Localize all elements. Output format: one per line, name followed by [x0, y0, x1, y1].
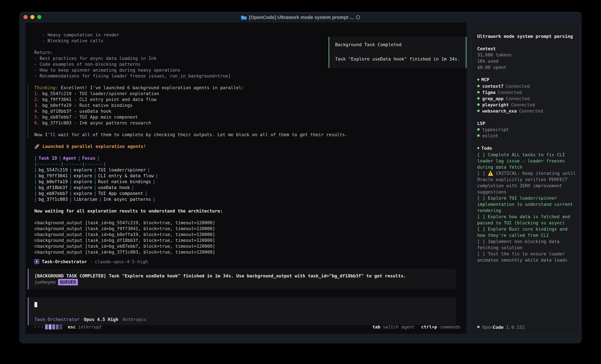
gear-icon: ⚙: [34, 238, 37, 243]
esc-key-hint: esc: [68, 324, 76, 329]
blank-line: [34, 149, 461, 155]
terminal-window: [OpenCode] Ultrawork mode system prompt …: [19, 12, 582, 344]
agent-name: Task-Orchestrator: [42, 259, 87, 264]
tool-call: ⚙background_output [task_id=bg_5547c219,…: [34, 220, 461, 226]
prompt-input[interactable]: Task-Orchestrator Opus 4.5 High Anthropi…: [28, 297, 456, 325]
thinking-item: 3. bg_b0effa19 - Rust native bindings: [34, 102, 461, 108]
main-terminal-panel: - Heavy computation in render - Blocking…: [25, 22, 466, 334]
window-title: [OpenCode] Ultrawork mode system prompt …: [249, 15, 354, 20]
table-header-row: |Task ID|Agent|Focus|: [34, 155, 461, 161]
todo-item: [ ] Implement non-blocking data fetching…: [477, 239, 577, 251]
lsp-item: typescript: [477, 126, 577, 133]
gear-icon: ⚙: [34, 244, 37, 249]
todo-item: [ ] Explore Rust core bindings and how t…: [477, 226, 577, 239]
agent-model: claude-opus-4-5-high: [95, 259, 148, 264]
todo-heading[interactable]: ▼Todo: [477, 145, 577, 152]
notification-body: Task "Explore useData hook" finished in …: [335, 56, 460, 62]
chevron-down-icon: ▼: [477, 146, 479, 150]
thinking-item: 5. bg_eb87ebb7 - TUI App main component: [34, 114, 461, 120]
close-button[interactable]: [23, 15, 28, 19]
status-dot-icon: [477, 134, 480, 137]
tab-key-hint: tab: [372, 324, 381, 329]
thinking-item: 1. bg_5547c219 - TUI loader/spinner expl…: [34, 91, 461, 96]
zoom-button[interactable]: [37, 15, 41, 19]
background-task-message: [BACKGROUND TASK COMPLETED] Task "Explor…: [28, 269, 456, 289]
mcp-item: context7Connected: [477, 83, 577, 89]
agent-footer: Task-Orchestrator Opus 4.5 High Anthropi…: [34, 317, 450, 322]
status-dot-icon: [477, 128, 480, 131]
output-line: - Recommendations for fixing loader free…: [34, 73, 461, 79]
blank-line: [34, 79, 461, 85]
thinking-item: 2. bg_f9ff3041 - CLI entry point and dat…: [34, 96, 461, 102]
screen: [OpenCode] Ultrawork mode system prompt …: [0, 0, 601, 364]
context-heading: Context: [477, 46, 577, 52]
tool-call-list: ⚙background_output [task_id=bg_5547c219,…: [34, 220, 461, 255]
thinking-intro: Thinking: Excellent! I've launched 6 bac…: [34, 85, 461, 91]
sidebar: Ultrawork mode system prompt parsing Con…: [472, 22, 579, 334]
launch-line: 🚀 Launched 6 parallel exploration agents…: [34, 144, 461, 149]
context-section: Context 31,686 tokens 16% used $0.00 spe…: [477, 46, 577, 70]
app-version-footer: OpenCode 1.0.152: [477, 325, 525, 330]
thinking-item: 6. bg_37f1c003 - Ink async patterns rese…: [34, 120, 461, 126]
gear-icon: ⚙: [34, 226, 37, 231]
table-row: |bg_37f1c003|librarian|Ink async pattern…: [34, 196, 461, 202]
mcp-item: grep_appConnected: [477, 96, 577, 102]
agent-name: Task-Orchestrator: [34, 317, 80, 322]
status-dot-icon: [477, 85, 480, 87]
todo-section: ▼Todo [ ] Complete ALL tasks to fix CLI …: [477, 145, 577, 263]
table-row: |bg_5547c219|explore|TUI loader/spinner|: [34, 167, 461, 173]
app-version: 1.0.152: [506, 325, 525, 330]
tool-call: ⚙background_output [task_id=bg_37f1c003,…: [34, 249, 461, 255]
thinking-block: Thinking: Excellent! I've launched 6 bac…: [28, 85, 461, 138]
ctrlp-key-label: commands: [439, 324, 461, 329]
agents-table: |Task ID|Agent|Focus| |---------|-------…: [34, 155, 461, 202]
minimize-button[interactable]: [30, 15, 34, 19]
table-row: |bg_eb87ebb7|explore|TUI App component|: [34, 191, 461, 196]
context-used: 16% used: [477, 58, 577, 64]
todo-item: [ ] Complete ALL tasks to fix CLI loader…: [477, 152, 577, 170]
session-title: Ultrawork mode system prompt parsing: [477, 33, 577, 39]
loading-spinner-icon: [34, 324, 62, 329]
tool-call: ⚙background_output [task_id=bg_df18bb3f,…: [34, 238, 461, 243]
agent-icon: [34, 259, 39, 264]
titlebar[interactable]: [OpenCode] Ultrawork mode system prompt …: [19, 12, 582, 22]
tab-key-label: switch agent: [383, 324, 414, 329]
status-bar: esc interrupt tab switch agent ctrl+p co…: [34, 324, 461, 330]
lsp-heading: LSP: [477, 120, 577, 126]
output-line: - How to keep spinner animating during h…: [34, 67, 461, 73]
mcp-section: ▼MCP context7Connected figmaConnected gr…: [477, 77, 577, 114]
thinking-label: Thinking:: [34, 85, 58, 90]
text-cursor: [34, 302, 37, 307]
mcp-item: playwrightConnected: [477, 102, 577, 108]
status-dot-icon: [477, 103, 480, 106]
traffic-lights: [23, 15, 41, 19]
thinking-outro: Now I'll wait for all of them to complet…: [34, 132, 461, 138]
toast-notification[interactable]: Background Task Completed Task "Explore …: [329, 37, 466, 68]
context-tokens: 31,686 tokens: [477, 52, 577, 58]
agent-header: Task-Orchestrator · claude-opus-4-5-high: [34, 259, 461, 265]
table-row: |bg_b0effa19|explore|Rust native binding…: [34, 179, 461, 185]
lsp-item: eslint: [477, 133, 577, 139]
folder-icon: [241, 15, 247, 19]
session-indicator-icon: [356, 15, 360, 19]
esc-key-label: interrupt: [78, 324, 102, 329]
table-row: |bg_df18bb3f|explore|useData hook|: [34, 185, 461, 191]
status-dot-icon: [477, 91, 480, 94]
todo-item: [ ] Explore TUI loader/spinner implement…: [477, 195, 577, 214]
username: junhoyeo: [34, 279, 56, 285]
rocket-icon: 🚀: [34, 144, 40, 149]
context-spent: $0.00 spent: [477, 64, 577, 70]
tool-call: ⚙background_output [task_id=bg_eb87ebb7,…: [34, 243, 461, 249]
waiting-line: Now waiting for all exploration results …: [34, 208, 461, 214]
mcp-heading[interactable]: ▼MCP: [477, 77, 577, 83]
thinking-item: 4. bg_df18bb3f - useData hook: [34, 108, 461, 114]
todo-item: [ ] ⚠️ CRITICAL: Keep iterating until Or…: [477, 170, 577, 195]
lsp-section: LSP typescript eslint: [477, 120, 577, 139]
status-dot-icon: [477, 110, 480, 112]
brand-name: Open: [482, 325, 493, 330]
table-row: |bg_f9ff3041|explore|CLI entry & data fl…: [34, 173, 461, 179]
status-dot-icon: [477, 326, 480, 328]
agent-model: Opus 4.5 High: [84, 317, 118, 322]
mcp-item: figmaConnected: [477, 89, 577, 96]
gear-icon: ⚙: [34, 249, 37, 255]
